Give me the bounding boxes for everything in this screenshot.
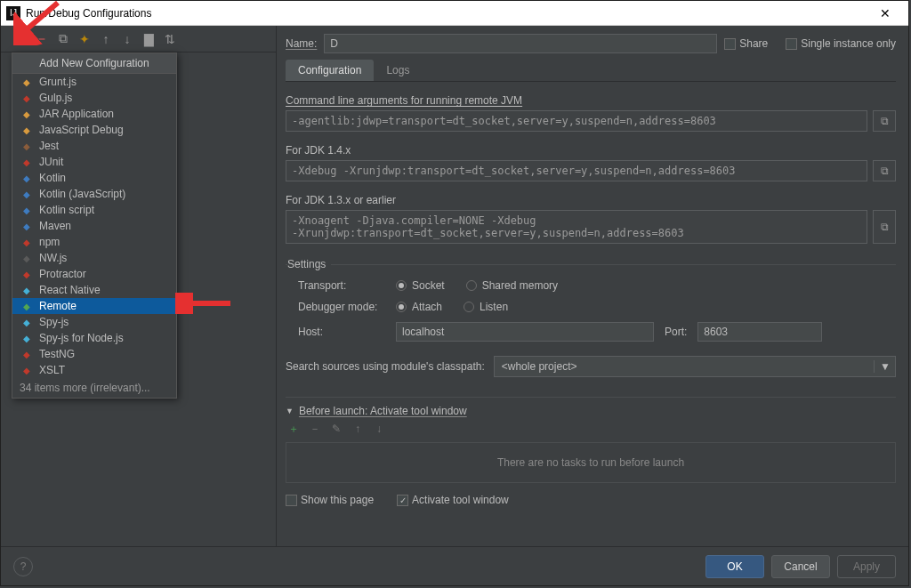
bl-down-button[interactable]: ↓: [373, 423, 385, 435]
up-icon[interactable]: ↑: [99, 32, 113, 46]
popup-more-items[interactable]: 34 items more (irrelevant)...: [12, 378, 176, 398]
copy-jdk14-button[interactable]: ⧉: [873, 160, 896, 181]
host-label: Host:: [298, 326, 396, 338]
cancel-button[interactable]: Cancel: [771, 555, 830, 578]
config-type-icon: ◆: [20, 92, 34, 104]
config-type-label: JUnit: [39, 156, 63, 168]
config-type-icon: ◆: [20, 76, 34, 88]
config-type-label: Jest: [39, 140, 59, 152]
config-type-grunt-js[interactable]: ◆Grunt.js: [12, 74, 176, 90]
config-type-maven[interactable]: ◆Maven: [12, 218, 176, 234]
config-type-label: Remote: [39, 300, 77, 312]
config-type-npm[interactable]: ◆npm: [12, 234, 176, 250]
chevron-down-icon: ▼: [874, 360, 888, 373]
add-new-configuration-popup: Add New Configuration ◆Grunt.js◆Gulp.js◆…: [12, 52, 177, 399]
settings-legend: Settings: [287, 258, 331, 270]
help-button[interactable]: ?: [13, 557, 33, 576]
config-type-icon: ◆: [20, 364, 34, 376]
config-type-label: Protractor: [39, 268, 86, 280]
config-type-icon: ◆: [20, 156, 34, 168]
tab-logs[interactable]: Logs: [374, 60, 422, 81]
config-type-icon: ◆: [20, 140, 34, 152]
config-type-label: Kotlin: [39, 172, 66, 184]
folder-icon[interactable]: ▇: [141, 32, 156, 46]
name-label: Name:: [286, 37, 317, 50]
popup-header: Add New Configuration: [12, 53, 176, 74]
show-this-page-checkbox[interactable]: Show this page: [286, 494, 374, 506]
config-type-label: React Native: [39, 284, 101, 296]
share-checkbox[interactable]: Share: [724, 37, 768, 50]
activate-tool-checkbox[interactable]: ✓Activate tool window: [397, 494, 509, 506]
config-type-jar-application[interactable]: ◆JAR Application: [12, 106, 176, 122]
jdk14-label: For JDK 1.4.x: [286, 144, 896, 157]
config-type-label: Kotlin script: [39, 204, 94, 216]
config-type-remote[interactable]: ◆Remote: [12, 298, 176, 314]
add-config-button[interactable]: ＋: [13, 32, 28, 46]
window-title: Run/Debug Configurations: [26, 7, 867, 20]
config-type-spy-js[interactable]: ◆Spy-js: [12, 314, 176, 330]
transport-label: Transport:: [298, 279, 396, 292]
config-type-label: XSLT: [39, 364, 65, 376]
debugger-attach-radio[interactable]: Attach: [396, 301, 442, 313]
before-launch-empty: There are no tasks to run before launch: [286, 442, 896, 483]
config-type-icon: ◆: [20, 108, 34, 120]
before-launch-header[interactable]: ▼ Before launch: Activate tool window: [286, 405, 896, 417]
copy-cmd-button[interactable]: ⧉: [873, 110, 896, 132]
config-type-nw-js[interactable]: ◆NW.js: [12, 250, 176, 266]
settings-icon[interactable]: ✦: [77, 32, 92, 46]
classpath-label: Search sources using module's classpath:: [286, 360, 485, 373]
config-type-icon: ◆: [20, 220, 34, 232]
host-input[interactable]: [396, 322, 654, 342]
window-close-button[interactable]: ✕: [867, 4, 903, 23]
config-type-icon: ◆: [20, 252, 34, 264]
bl-up-button[interactable]: ↑: [351, 423, 364, 435]
ok-button[interactable]: OK: [705, 555, 764, 578]
single-instance-checkbox[interactable]: Single instance only: [786, 37, 896, 50]
config-type-icon: ◆: [20, 284, 34, 296]
transport-shared-radio[interactable]: Shared memory: [466, 279, 558, 292]
cmd-args-field[interactable]: -agentlib:jdwp=transport=dt_socket,serve…: [286, 110, 867, 132]
bl-edit-button[interactable]: ✎: [330, 423, 343, 435]
config-type-icon: ◆: [20, 204, 34, 216]
copy-jdk13-button[interactable]: ⧉: [873, 210, 896, 244]
jdk13-field[interactable]: -Xnoagent -Djava.compiler=NONE -Xdebug -…: [286, 210, 867, 244]
classpath-select[interactable]: <whole project> ▼: [494, 356, 896, 377]
config-type-label: Gulp.js: [39, 92, 72, 104]
port-input[interactable]: [697, 322, 822, 342]
bl-remove-button[interactable]: －: [309, 423, 321, 435]
tab-configuration[interactable]: Configuration: [286, 60, 374, 81]
config-type-icon: ◆: [20, 332, 34, 344]
config-type-junit[interactable]: ◆JUnit: [12, 154, 176, 170]
jdk14-field[interactable]: -Xdebug -Xrunjdwp:transport=dt_socket,se…: [286, 160, 867, 181]
app-icon: IJ: [6, 6, 20, 20]
config-type-testng[interactable]: ◆TestNG: [12, 346, 176, 362]
config-type-kotlin[interactable]: ◆Kotlin: [12, 170, 176, 186]
bl-add-button[interactable]: ＋: [287, 423, 300, 435]
config-type-javascript-debug[interactable]: ◆JavaScript Debug: [12, 122, 176, 138]
debugger-listen-radio[interactable]: Listen: [464, 301, 508, 313]
config-type-icon: ◆: [20, 268, 34, 280]
config-type-icon: ◆: [20, 172, 34, 184]
remove-config-button[interactable]: －: [35, 32, 49, 46]
config-type-label: Maven: [39, 220, 71, 232]
jdk13-label: For JDK 1.3.x or earlier: [286, 194, 896, 206]
config-type-label: TestNG: [39, 348, 75, 360]
config-type-icon: ◆: [20, 188, 34, 200]
config-type-xslt[interactable]: ◆XSLT: [12, 362, 176, 378]
config-type-react-native[interactable]: ◆React Native: [12, 282, 176, 298]
down-icon[interactable]: ↓: [120, 32, 134, 46]
copy-config-button[interactable]: ⧉: [56, 32, 70, 46]
config-type-protractor[interactable]: ◆Protractor: [12, 266, 176, 282]
config-type-label: JAR Application: [39, 108, 114, 120]
config-type-gulp-js[interactable]: ◆Gulp.js: [12, 90, 176, 106]
sort-icon[interactable]: ⇅: [163, 32, 177, 46]
config-type-label: JavaScript Debug: [39, 124, 124, 136]
config-type-jest[interactable]: ◆Jest: [12, 138, 176, 154]
apply-button[interactable]: Apply: [837, 555, 896, 578]
config-type-kotlin-script[interactable]: ◆Kotlin script: [12, 202, 176, 218]
transport-socket-radio[interactable]: Socket: [396, 279, 445, 292]
name-input[interactable]: [324, 34, 717, 53]
config-type-spy-js-for-node-js[interactable]: ◆Spy-js for Node.js: [12, 330, 176, 346]
config-type-kotlin-javascript-[interactable]: ◆Kotlin (JavaScript): [12, 186, 176, 202]
config-type-icon: ◆: [20, 300, 34, 312]
